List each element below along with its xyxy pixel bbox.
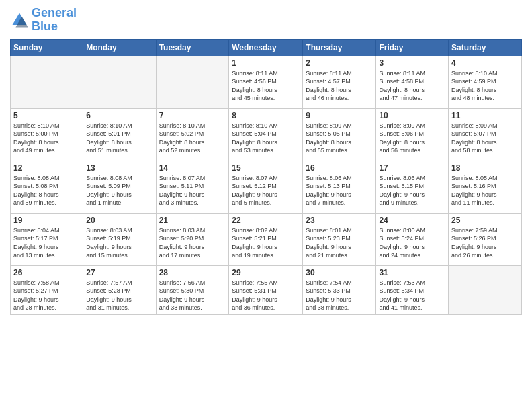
day-number: 22 <box>232 216 300 225</box>
calendar-cell: 13Sunrise: 8:08 AM Sunset: 5:09 PM Dayli… <box>83 161 156 213</box>
calendar-cell <box>449 265 522 314</box>
day-number: 19 <box>13 216 80 225</box>
day-number: 21 <box>159 216 226 225</box>
day-info: Sunrise: 8:01 AM Sunset: 5:23 PM Dayligh… <box>306 226 373 260</box>
day-info: Sunrise: 8:08 AM Sunset: 5:09 PM Dayligh… <box>86 174 152 208</box>
day-info: Sunrise: 7:57 AM Sunset: 5:28 PM Dayligh… <box>86 279 152 312</box>
day-info: Sunrise: 7:59 AM Sunset: 5:26 PM Dayligh… <box>451 226 519 260</box>
day-info: Sunrise: 7:55 AM Sunset: 5:31 PM Dayligh… <box>232 279 300 312</box>
header-day-sunday: Sunday <box>11 39 83 56</box>
day-number: 9 <box>306 111 373 120</box>
calendar-cell: 11Sunrise: 8:09 AM Sunset: 5:07 PM Dayli… <box>449 108 522 161</box>
calendar-cell: 4Sunrise: 8:10 AM Sunset: 4:59 PM Daylig… <box>449 56 522 108</box>
calendar-cell: 5Sunrise: 8:10 AM Sunset: 5:00 PM Daylig… <box>11 108 83 161</box>
day-info: Sunrise: 8:05 AM Sunset: 5:16 PM Dayligh… <box>451 174 519 208</box>
calendar-header-row: SundayMondayTuesdayWednesdayThursdayFrid… <box>11 39 522 56</box>
calendar-week-1: 1Sunrise: 8:11 AM Sunset: 4:56 PM Daylig… <box>11 56 522 108</box>
header-day-tuesday: Tuesday <box>156 39 229 56</box>
calendar-cell: 12Sunrise: 8:08 AM Sunset: 5:08 PM Dayli… <box>11 161 83 213</box>
calendar-cell: 17Sunrise: 8:06 AM Sunset: 5:15 PM Dayli… <box>376 161 449 213</box>
calendar-cell <box>83 56 156 108</box>
calendar-week-2: 5Sunrise: 8:10 AM Sunset: 5:00 PM Daylig… <box>11 108 522 161</box>
day-info: Sunrise: 8:10 AM Sunset: 5:01 PM Dayligh… <box>86 122 152 155</box>
logo-text-line2: Blue <box>32 20 77 34</box>
calendar-cell: 30Sunrise: 7:54 AM Sunset: 5:33 PM Dayli… <box>303 265 376 314</box>
calendar-cell: 6Sunrise: 8:10 AM Sunset: 5:01 PM Daylig… <box>83 108 156 161</box>
day-number: 28 <box>159 268 226 277</box>
day-info: Sunrise: 8:11 AM Sunset: 4:57 PM Dayligh… <box>306 69 373 103</box>
calendar-cell: 27Sunrise: 7:57 AM Sunset: 5:28 PM Dayli… <box>83 265 156 314</box>
calendar-table: SundayMondayTuesdayWednesdayThursdayFrid… <box>10 39 522 315</box>
day-number: 30 <box>306 268 373 277</box>
day-info: Sunrise: 8:09 AM Sunset: 5:07 PM Dayligh… <box>451 122 519 155</box>
header-day-thursday: Thursday <box>303 39 376 56</box>
day-number: 27 <box>86 268 152 277</box>
calendar-cell: 23Sunrise: 8:01 AM Sunset: 5:23 PM Dayli… <box>303 213 376 265</box>
calendar-container: General Blue SundayMondayTuesdayWednesda… <box>0 0 532 318</box>
day-number: 7 <box>159 111 226 120</box>
day-number: 5 <box>13 111 80 120</box>
day-info: Sunrise: 8:06 AM Sunset: 5:13 PM Dayligh… <box>306 174 373 208</box>
day-info: Sunrise: 8:11 AM Sunset: 4:58 PM Dayligh… <box>379 69 445 103</box>
day-number: 10 <box>379 111 445 120</box>
day-number: 17 <box>379 163 445 173</box>
day-info: Sunrise: 8:10 AM Sunset: 5:04 PM Dayligh… <box>232 122 300 155</box>
day-info: Sunrise: 7:56 AM Sunset: 5:30 PM Dayligh… <box>159 279 226 312</box>
calendar-cell: 25Sunrise: 7:59 AM Sunset: 5:26 PM Dayli… <box>449 213 522 265</box>
calendar-cell: 3Sunrise: 8:11 AM Sunset: 4:58 PM Daylig… <box>376 56 449 108</box>
calendar-week-3: 12Sunrise: 8:08 AM Sunset: 5:08 PM Dayli… <box>11 161 522 213</box>
calendar-cell: 22Sunrise: 8:02 AM Sunset: 5:21 PM Dayli… <box>229 213 303 265</box>
day-number: 13 <box>86 163 152 173</box>
calendar-week-5: 26Sunrise: 7:58 AM Sunset: 5:27 PM Dayli… <box>11 265 522 314</box>
day-info: Sunrise: 8:06 AM Sunset: 5:15 PM Dayligh… <box>379 174 445 208</box>
header-day-saturday: Saturday <box>449 39 522 56</box>
day-number: 18 <box>451 163 519 173</box>
header-day-wednesday: Wednesday <box>229 39 303 56</box>
calendar-cell: 19Sunrise: 8:04 AM Sunset: 5:17 PM Dayli… <box>11 213 83 265</box>
calendar-cell: 8Sunrise: 8:10 AM Sunset: 5:04 PM Daylig… <box>229 108 303 161</box>
calendar-cell: 24Sunrise: 8:00 AM Sunset: 5:24 PM Dayli… <box>376 213 449 265</box>
calendar-cell: 21Sunrise: 8:03 AM Sunset: 5:20 PM Dayli… <box>156 213 229 265</box>
day-info: Sunrise: 8:10 AM Sunset: 5:00 PM Dayligh… <box>13 122 80 155</box>
day-number: 25 <box>451 216 519 225</box>
calendar-cell: 20Sunrise: 8:03 AM Sunset: 5:19 PM Dayli… <box>83 213 156 265</box>
calendar-cell <box>156 56 229 108</box>
day-number: 4 <box>451 58 519 68</box>
day-number: 11 <box>451 111 519 120</box>
day-number: 3 <box>379 58 445 68</box>
calendar-cell: 2Sunrise: 8:11 AM Sunset: 4:57 PM Daylig… <box>303 56 376 108</box>
header-day-monday: Monday <box>83 39 156 56</box>
day-info: Sunrise: 8:03 AM Sunset: 5:19 PM Dayligh… <box>86 226 152 260</box>
day-number: 26 <box>13 268 80 277</box>
day-info: Sunrise: 8:09 AM Sunset: 5:05 PM Dayligh… <box>306 122 373 155</box>
day-info: Sunrise: 8:07 AM Sunset: 5:11 PM Dayligh… <box>159 174 226 208</box>
day-number: 29 <box>232 268 300 277</box>
day-number: 16 <box>306 163 373 173</box>
calendar-cell: 28Sunrise: 7:56 AM Sunset: 5:30 PM Dayli… <box>156 265 229 314</box>
calendar-cell: 29Sunrise: 7:55 AM Sunset: 5:31 PM Dayli… <box>229 265 303 314</box>
day-info: Sunrise: 7:53 AM Sunset: 5:34 PM Dayligh… <box>379 279 445 312</box>
day-info: Sunrise: 8:00 AM Sunset: 5:24 PM Dayligh… <box>379 226 445 260</box>
day-number: 15 <box>232 163 300 173</box>
day-number: 20 <box>86 216 152 225</box>
day-info: Sunrise: 7:58 AM Sunset: 5:27 PM Dayligh… <box>13 279 80 312</box>
day-info: Sunrise: 7:54 AM Sunset: 5:33 PM Dayligh… <box>306 279 373 312</box>
day-number: 12 <box>13 163 80 173</box>
calendar-cell: 14Sunrise: 8:07 AM Sunset: 5:11 PM Dayli… <box>156 161 229 213</box>
calendar-cell: 18Sunrise: 8:05 AM Sunset: 5:16 PM Dayli… <box>449 161 522 213</box>
day-number: 2 <box>306 58 373 68</box>
day-info: Sunrise: 8:11 AM Sunset: 4:56 PM Dayligh… <box>232 69 300 103</box>
calendar-cell: 9Sunrise: 8:09 AM Sunset: 5:05 PM Daylig… <box>303 108 376 161</box>
calendar-cell: 7Sunrise: 8:10 AM Sunset: 5:02 PM Daylig… <box>156 108 229 161</box>
day-number: 14 <box>159 163 226 173</box>
header: General Blue <box>10 7 522 34</box>
logo-text-line1: General <box>32 7 77 20</box>
calendar-cell: 31Sunrise: 7:53 AM Sunset: 5:34 PM Dayli… <box>376 265 449 314</box>
day-info: Sunrise: 8:03 AM Sunset: 5:20 PM Dayligh… <box>159 226 226 260</box>
logo-icon <box>10 11 29 30</box>
day-number: 23 <box>306 216 373 225</box>
day-number: 1 <box>232 58 300 68</box>
header-day-friday: Friday <box>376 39 449 56</box>
calendar-cell: 1Sunrise: 8:11 AM Sunset: 4:56 PM Daylig… <box>229 56 303 108</box>
day-info: Sunrise: 8:09 AM Sunset: 5:06 PM Dayligh… <box>379 122 445 155</box>
